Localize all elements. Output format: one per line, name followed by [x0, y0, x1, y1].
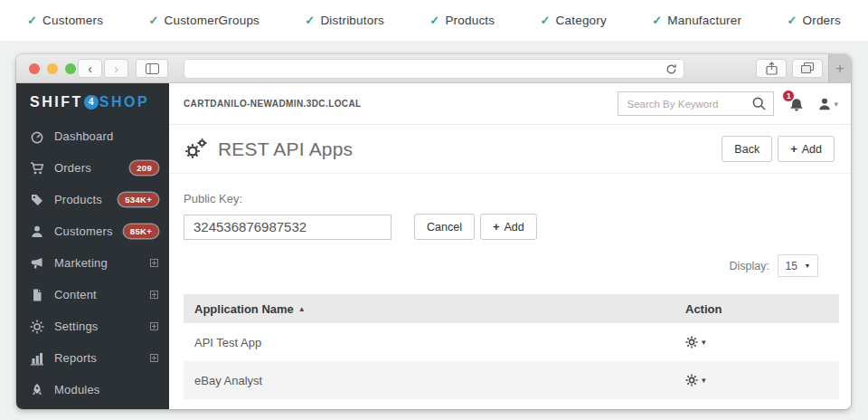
- sidebar-item-label: Dashboard: [54, 129, 113, 143]
- expand-plus-icon[interactable]: [150, 259, 158, 267]
- check-icon: ✓: [27, 14, 37, 27]
- admin-topbar: CARTDANILO-NEWADMIN.3DC.LOCAL 1 ▾: [169, 83, 851, 125]
- sidebar-menu: Dashboard Orders 209 Products 534K+: [16, 120, 169, 406]
- search-icon[interactable]: [750, 96, 773, 111]
- checklist-item-products[interactable]: ✓ Products: [429, 14, 495, 27]
- sidebar-item-dashboard[interactable]: Dashboard: [16, 120, 169, 152]
- sidebar-item-marketing[interactable]: Marketing: [16, 247, 169, 279]
- checklist-item-category[interactable]: ✓ Category: [540, 14, 606, 27]
- close-window-button[interactable]: [29, 63, 40, 74]
- page-content: Public Key: Cancel + Add Display: 15 ▼: [169, 192, 851, 409]
- tabs-icon: [801, 62, 814, 74]
- logo-4-icon: 4: [84, 95, 99, 110]
- checklist-label: CustomerGroups: [164, 14, 259, 27]
- sidebar-item-label: Settings: [54, 320, 99, 333]
- plus-icon: +: [493, 220, 500, 234]
- column-header-label: Action: [685, 302, 722, 316]
- checklist-item-customers[interactable]: ✓ Customers: [27, 14, 103, 27]
- gear-icon: [30, 320, 44, 334]
- sidebar-item-settings[interactable]: Settings: [16, 310, 169, 342]
- app-name-cell: API Test App: [184, 336, 685, 349]
- checklist-label: Manufacturer: [667, 14, 741, 27]
- cart-icon: [30, 161, 44, 176]
- back-button[interactable]: Back: [722, 136, 772, 162]
- sidebar-item-label: Reports: [54, 351, 97, 365]
- public-key-input[interactable]: [184, 215, 392, 240]
- gear-icon: [685, 336, 698, 348]
- checklist-item-manufacturer[interactable]: ✓ Manufacturer: [652, 14, 741, 27]
- add-app-button[interactable]: + Add: [778, 136, 835, 162]
- table-row: API Test App ▾: [184, 323, 839, 361]
- expand-plus-icon[interactable]: [150, 322, 158, 330]
- check-icon: ✓: [787, 14, 797, 27]
- cancel-button[interactable]: Cancel: [414, 214, 475, 240]
- chevron-right-icon: ›: [114, 62, 118, 76]
- orders-count-badge: 209: [130, 161, 158, 175]
- notifications-button[interactable]: 1: [788, 96, 805, 112]
- sidebar-item-orders[interactable]: Orders 209: [16, 152, 169, 184]
- row-action-menu-button[interactable]: ▾: [685, 374, 839, 387]
- share-icon: [766, 62, 778, 75]
- sidebar-item-modules[interactable]: Modules: [16, 374, 169, 406]
- checklist-item-orders[interactable]: ✓ Orders: [787, 14, 841, 27]
- sidebar-item-label: Products: [54, 193, 102, 206]
- customers-count-badge: 85K+: [124, 224, 158, 238]
- browser-url-input[interactable]: [184, 60, 684, 78]
- chevron-down-icon: ▼: [804, 262, 810, 269]
- maximize-window-button[interactable]: [65, 63, 76, 74]
- sidebar-item-label: Content: [54, 288, 97, 301]
- chevron-down-icon: ▾: [702, 376, 706, 385]
- sidebar-item-customers[interactable]: Customers 85K+: [16, 215, 169, 247]
- bar-chart-icon: [30, 351, 44, 366]
- new-tab-button[interactable]: +: [828, 54, 851, 82]
- browser-window: ‹ › + SHIFT 4 SHOP: [16, 54, 851, 409]
- check-icon: ✓: [305, 14, 315, 27]
- display-count-select[interactable]: 15 ▼: [778, 254, 818, 277]
- column-header-application-name[interactable]: Application Name ▲: [184, 302, 685, 316]
- confirm-add-button[interactable]: + Add: [480, 214, 537, 240]
- document-icon: [30, 288, 44, 302]
- sidebar-panel-icon: [146, 63, 159, 74]
- user-account-icon: [817, 97, 832, 111]
- chevron-down-icon: ▾: [702, 338, 706, 347]
- app-name-cell: eBay Analyst: [184, 374, 685, 387]
- dashboard-icon: [30, 129, 44, 144]
- sidebar-item-reports[interactable]: Reports: [16, 342, 169, 374]
- logo-text-shop: SHOP: [99, 94, 149, 110]
- checklist-label: Category: [556, 14, 607, 27]
- expand-plus-icon[interactable]: [150, 291, 158, 299]
- browser-sidebar-toggle-button[interactable]: [136, 59, 168, 78]
- checklist-item-distributors[interactable]: ✓ Distributors: [305, 14, 384, 27]
- column-header-action: Action: [685, 302, 839, 316]
- checklist-label: Orders: [803, 14, 841, 27]
- window-controls: [29, 63, 76, 74]
- checklist-item-customergroups[interactable]: ✓ CustomerGroups: [148, 14, 259, 27]
- browser-share-button[interactable]: [756, 59, 787, 78]
- sidebar-item-label: Modules: [54, 383, 100, 396]
- sidebar-item-content[interactable]: Content: [16, 279, 169, 310]
- expand-plus-icon[interactable]: [150, 354, 158, 362]
- megaphone-icon: [30, 256, 44, 271]
- browser-address-bar: [184, 59, 684, 79]
- search-input[interactable]: [618, 99, 750, 110]
- store-domain-breadcrumb: CARTDANILO-NEWADMIN.3DC.LOCAL: [184, 99, 362, 109]
- gears-icon: [184, 138, 208, 160]
- sidebar-item-products[interactable]: Products 534K+: [16, 184, 169, 215]
- checklist-label: Products: [445, 14, 495, 27]
- products-count-badge: 534K+: [118, 193, 158, 206]
- check-icon: ✓: [652, 14, 662, 27]
- cancel-button-label: Cancel: [427, 221, 462, 234]
- minimize-window-button[interactable]: [47, 63, 58, 74]
- browser-tabs-overview-button[interactable]: [792, 59, 823, 78]
- row-action-menu-button[interactable]: ▾: [685, 336, 839, 348]
- browser-forward-button[interactable]: ›: [104, 59, 128, 78]
- api-apps-table: Application Name ▲ Action API Test App ▾: [184, 294, 839, 399]
- keyword-search-box: [618, 91, 774, 116]
- check-icon: ✓: [429, 14, 439, 27]
- sidebar-item-label: Marketing: [54, 256, 108, 270]
- refresh-icon[interactable]: [665, 62, 678, 76]
- user-icon: [30, 224, 44, 239]
- browser-back-button[interactable]: ‹: [78, 59, 102, 78]
- user-menu-button[interactable]: ▾: [817, 97, 838, 111]
- shift4shop-logo[interactable]: SHIFT 4 SHOP: [16, 83, 169, 120]
